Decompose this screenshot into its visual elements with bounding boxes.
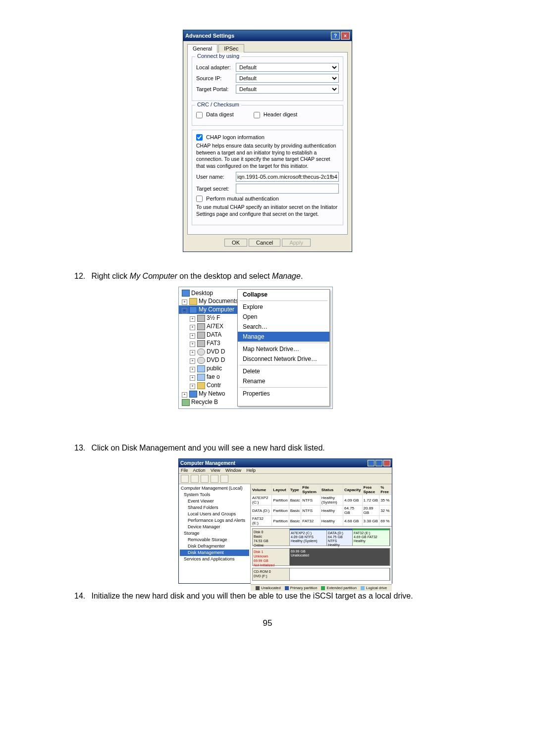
toolbar-button[interactable] (191, 475, 199, 483)
chap-logon-checkbox[interactable]: CHAP logon information (196, 134, 265, 140)
expand-icon[interactable]: + (190, 358, 195, 364)
header-digest-input[interactable] (254, 112, 260, 118)
expand-icon[interactable]: + (190, 316, 195, 322)
col-header[interactable]: File System (301, 485, 321, 495)
col-header[interactable]: Layout (272, 485, 289, 495)
menu-disconnect-drive[interactable]: Disconnect Network Drive… (238, 354, 329, 364)
tree-recycle[interactable]: Recycle B (179, 398, 237, 406)
close-icon[interactable] (383, 460, 390, 466)
expand-icon[interactable]: + (190, 384, 195, 389)
menu-action[interactable]: Action (193, 468, 206, 473)
table-row[interactable]: AI7EXP2 (C:)PartitionBasicNTFSHealthy (S… (251, 495, 392, 505)
chap-logon-input[interactable] (196, 134, 203, 141)
disk-1-row[interactable]: Disk 1Unknown69.99 GBNot Initialized 69.… (252, 548, 390, 566)
header-digest-checkbox[interactable]: Header digest (254, 111, 298, 118)
mutual-auth-input[interactable] (196, 196, 203, 202)
tab-general[interactable]: General (187, 44, 217, 52)
expand-icon[interactable]: + (190, 333, 195, 339)
toolbar-button[interactable] (201, 475, 209, 483)
col-header[interactable]: Free Space (362, 485, 379, 495)
col-header[interactable]: % Free (379, 485, 392, 495)
partition-e[interactable]: FAT32 (E:)4.69 GB FAT32Healthy (353, 529, 390, 546)
expand-icon[interactable]: + (190, 342, 195, 347)
expand-icon[interactable]: + (190, 375, 195, 381)
tree-item[interactable]: +DATA (179, 331, 237, 339)
menu-delete[interactable]: Delete (238, 366, 329, 376)
minimize-icon[interactable] (368, 460, 374, 466)
toolbar-button[interactable] (220, 475, 228, 483)
cm-tree-item[interactable]: Computer Management (Local) (180, 485, 249, 492)
cm-tree-item[interactable]: Performance Logs and Alerts (180, 517, 249, 524)
partition-d[interactable]: DATA (D:)64.75 GB NTFSHealthy (327, 529, 353, 546)
source-ip-select[interactable]: Default (236, 74, 339, 83)
table-row[interactable]: DATA (D:)PartitionBasicNTFSHealthy64.75 … (251, 505, 392, 516)
data-digest-input[interactable] (196, 112, 203, 118)
tab-ipsec[interactable]: IPSec (218, 44, 244, 52)
menu-collapse[interactable]: Collapse (238, 290, 329, 300)
cm-tree-disk-management[interactable]: Disk Management (180, 550, 249, 556)
menu-help[interactable]: Help (246, 468, 256, 473)
menu-view[interactable]: View (211, 468, 220, 473)
col-header[interactable]: Volume (251, 485, 272, 495)
expand-icon[interactable]: + (190, 367, 195, 372)
cm-tree-item[interactable]: Storage (180, 530, 249, 537)
partition-c[interactable]: AI7EXP2 (C:)4.09 GB NTFSHealthy (System) (290, 529, 327, 546)
expand-icon[interactable]: + (182, 300, 187, 305)
menu-search[interactable]: Search… (238, 322, 329, 332)
cm-tree-item[interactable]: Services and Applications (180, 556, 249, 562)
menu-map-drive[interactable]: Map Network Drive… (238, 344, 329, 354)
menu-file[interactable]: File (181, 468, 188, 473)
cm-tree-item[interactable]: Local Users and Groups (180, 511, 249, 517)
mutual-auth-checkbox[interactable]: Perform mutual authentication (196, 196, 279, 202)
expand-icon[interactable]: + (182, 392, 187, 398)
tree-my-computer[interactable]: −My Computer (179, 305, 237, 314)
drive-icon (197, 340, 205, 347)
tree-item[interactable]: +Contr (179, 381, 237, 390)
tree-my-documents[interactable]: +My Documents (179, 297, 237, 305)
ok-button[interactable]: OK (224, 239, 247, 247)
menu-explore[interactable]: Explore (238, 302, 329, 312)
help-icon[interactable]: ? (331, 32, 340, 40)
user-name-input[interactable] (236, 172, 339, 182)
expand-icon[interactable]: + (190, 325, 195, 330)
cancel-button[interactable]: Cancel (249, 239, 280, 247)
cm-tree-item[interactable]: System Tools (180, 492, 249, 498)
maximize-icon[interactable] (375, 460, 382, 466)
local-adapter-select[interactable]: Default (236, 63, 339, 72)
menu-window[interactable]: Window (225, 468, 241, 473)
tree-item[interactable]: +DVD D (179, 348, 237, 356)
cdrom-row[interactable]: CD-ROM 0DVD (F:) (252, 568, 390, 581)
tree-my-network[interactable]: +My Netwo (179, 390, 237, 398)
tree-item[interactable]: +3½ F (179, 314, 237, 322)
menu-open[interactable]: Open (238, 312, 329, 322)
tree-item[interactable]: +fae o (179, 373, 237, 381)
col-header[interactable]: Status (320, 485, 343, 495)
partition-unallocated[interactable]: 69.99 GBUnallocated (290, 549, 390, 565)
table-row[interactable]: FAT32 (E:)PartitionBasicFAT32Healthy4.68… (251, 516, 392, 526)
menu-properties[interactable]: Properties (238, 389, 329, 399)
menu-rename[interactable]: Rename (238, 376, 329, 386)
target-secret-input[interactable] (236, 184, 339, 194)
tree-item[interactable]: +DVD D (179, 356, 237, 364)
col-header[interactable]: Type (289, 485, 301, 495)
tree-item[interactable]: +FAT3 (179, 339, 237, 348)
cm-tree-item[interactable]: Device Manager (180, 524, 249, 530)
toolbar-button[interactable] (211, 475, 218, 483)
cm-tree-item[interactable]: Shared Folders (180, 504, 249, 511)
cm-tree-item[interactable]: Disk Defragmenter (180, 543, 249, 550)
collapse-icon[interactable]: − (182, 308, 187, 313)
tree-desktop[interactable]: Desktop (179, 289, 237, 298)
tree-item[interactable]: +AI7EX (179, 322, 237, 331)
toolbar-button[interactable] (181, 475, 189, 483)
menu-manage[interactable]: Manage (238, 332, 329, 342)
tree-item[interactable]: +public (179, 364, 237, 373)
col-header[interactable]: Capacity (343, 485, 363, 495)
close-icon[interactable]: × (341, 32, 350, 40)
expand-icon[interactable]: + (190, 350, 195, 355)
disk-0-row[interactable]: Disk 0Basic74.53 GBOnline AI7EXP2 (C:)4.… (252, 528, 390, 546)
cm-tree-item[interactable]: Event Viewer (180, 498, 249, 504)
mutual-help-text: To use mutual CHAP specify an initiator … (196, 204, 339, 217)
cm-tree-item[interactable]: Removable Storage (180, 537, 249, 543)
data-digest-checkbox[interactable]: Data digest (196, 111, 234, 118)
target-portal-select[interactable]: Default (236, 85, 339, 94)
